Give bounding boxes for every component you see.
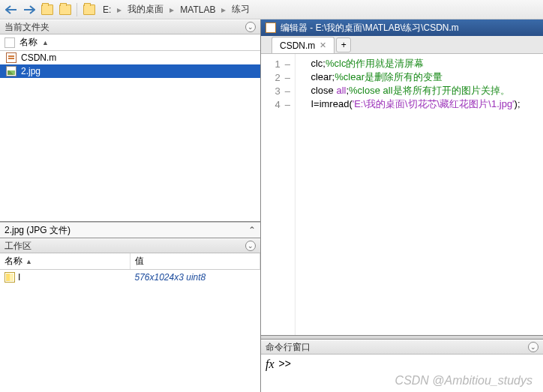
code-body[interactable]: clc;%clc的作用就是清屏幕 clear;%clear是删除所有的变量 cl… — [296, 54, 543, 335]
panel-menu-button[interactable]: ⌄ — [528, 342, 538, 352]
up-folder-button[interactable] — [39, 2, 56, 17]
chevron-right-icon: ▸ — [218, 4, 229, 15]
workspace-panel: 工作区 ⌄ 名称▲ 值 I 576x1024x3 uint8 — [0, 238, 260, 392]
panel-title: 工作区 — [4, 240, 32, 253]
file-list-header[interactable]: 名称 ▲ — [0, 34, 260, 51]
command-prompt: >> — [279, 358, 291, 370]
chevron-right-icon: ▸ — [166, 4, 177, 15]
variable-icon — [4, 272, 15, 283]
separator — [76, 3, 77, 16]
column-name-label: 名称 — [20, 36, 38, 49]
editor-icon — [266, 22, 276, 33]
tab-active[interactable]: CSDN.m ✕ — [272, 37, 334, 53]
sort-indicator-icon: ▲ — [42, 39, 49, 46]
address-toolbar: E:▸ 我的桌面▸ MATLAB▸ 练习 — [0, 0, 543, 19]
forward-button[interactable] — [21, 2, 38, 17]
sort-indicator-icon: ▲ — [26, 258, 32, 265]
editor-tabs: CSDN.m ✕ + — [261, 36, 543, 54]
command-window-panel: 命令行窗口 ⌄ fx >> — [261, 340, 543, 392]
file-name: CSDN.m — [21, 52, 56, 63]
new-tab-button[interactable]: + — [336, 37, 351, 52]
crumb-item[interactable]: E: — [100, 4, 114, 15]
left-column: 当前文件夹 ⌄ 名称 ▲ CSDN.m 2.jpg 2.jpg — [0, 19, 261, 392]
crumb-item[interactable]: 我的桌面 — [124, 3, 166, 16]
chevron-right-icon: ▸ — [114, 4, 124, 15]
workspace-header[interactable]: 工作区 ⌄ — [0, 238, 260, 253]
crumb-item[interactable]: 练习 — [229, 3, 253, 16]
blank-file-icon — [4, 37, 15, 48]
editor-title-text: 编辑器 - E:\我的桌面\MATLAB\练习\CSDN.m — [280, 22, 459, 34]
file-details-text: 2.jpg (JPG 文件) — [4, 224, 70, 237]
command-window-body[interactable]: fx >> — [261, 355, 543, 392]
workspace-row[interactable]: I 576x1024x3 uint8 — [0, 270, 260, 285]
panel-menu-button[interactable]: ⌄ — [245, 241, 256, 251]
command-window-header[interactable]: 命令行窗口 ⌄ — [261, 340, 543, 355]
tab-label: CSDN.m — [280, 40, 315, 51]
right-column: 编辑器 - E:\我的桌面\MATLAB\练习\CSDN.m CSDN.m ✕ … — [261, 19, 543, 392]
image-file-icon — [6, 66, 16, 76]
folder-icon — [59, 4, 71, 15]
crumb-item[interactable]: MATLAB — [177, 4, 218, 15]
fx-icon[interactable]: fx — [266, 358, 274, 371]
folder-up-icon — [41, 4, 53, 15]
var-value-cell: 576x1024x3 uint8 — [130, 270, 261, 285]
workspace-table-header[interactable]: 名称▲ 值 — [0, 253, 260, 270]
file-details-bar[interactable]: 2.jpg (JPG 文件) ⌃ — [0, 222, 260, 238]
col-name-header[interactable]: 名称▲ — [0, 253, 130, 269]
panel-title: 当前文件夹 — [4, 21, 50, 34]
file-name: 2.jpg — [21, 66, 40, 76]
panel-title: 命令行窗口 — [266, 341, 310, 354]
line-gutter: 1–2–3–4– — [261, 54, 296, 335]
breadcrumb[interactable]: E:▸ 我的桌面▸ MATLAB▸ 练习 — [100, 3, 253, 16]
code-editor[interactable]: 1–2–3–4– clc;%clc的作用就是清屏幕 clear;%clear是删… — [261, 54, 543, 335]
panel-menu-button[interactable]: ⌄ — [245, 22, 256, 32]
drive-icon — [83, 4, 95, 15]
col-value-header[interactable]: 值 — [130, 253, 261, 269]
expand-icon[interactable]: ⌃ — [248, 225, 256, 235]
current-folder-header[interactable]: 当前文件夹 ⌄ — [0, 19, 260, 34]
current-folder-panel: 当前文件夹 ⌄ 名称 ▲ CSDN.m 2.jpg — [0, 19, 260, 222]
file-row[interactable]: CSDN.m — [0, 51, 260, 64]
file-row-selected[interactable]: 2.jpg — [0, 64, 260, 78]
close-icon[interactable]: ✕ — [320, 40, 326, 50]
editor-titlebar[interactable]: 编辑器 - E:\我的桌面\MATLAB\练习\CSDN.m — [261, 19, 543, 36]
back-button[interactable] — [3, 2, 20, 17]
file-list[interactable]: CSDN.m 2.jpg — [0, 51, 260, 221]
open-folder-button[interactable] — [57, 2, 74, 17]
var-name-cell: I — [0, 270, 130, 285]
m-file-icon — [6, 52, 16, 63]
